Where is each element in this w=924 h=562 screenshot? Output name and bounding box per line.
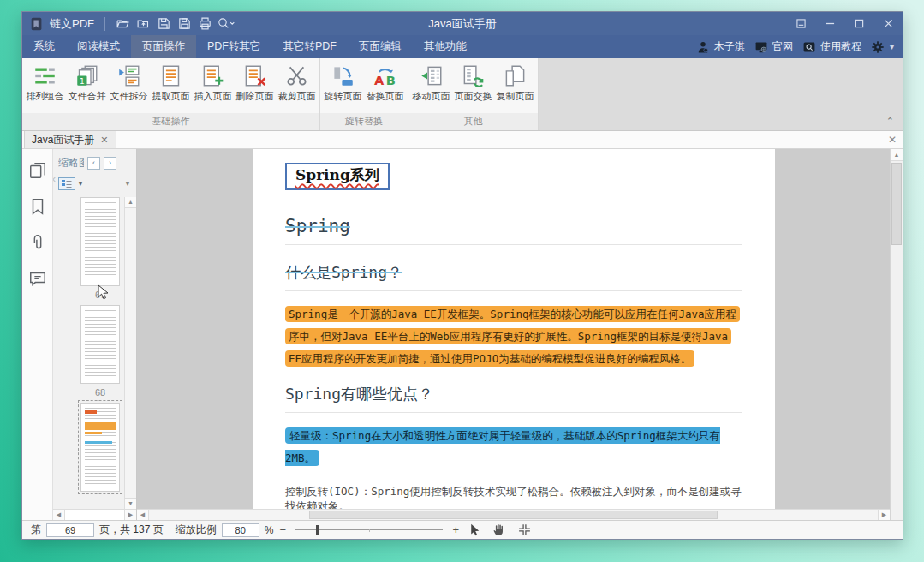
split-files-button[interactable]: 文件拆分 — [108, 62, 150, 103]
menu-item-pdf-to-other[interactable]: PDF转其它 — [196, 35, 272, 58]
replace-pages-button[interactable]: A B 替换页面 — [364, 62, 406, 103]
move-pages-icon — [420, 64, 443, 87]
attachments-panel-icon[interactable] — [28, 233, 47, 252]
save-as-icon[interactable] — [153, 15, 174, 33]
maximize-icon[interactable] — [844, 12, 873, 35]
doc-heading-what-is-spring: 什么是Spring？ — [285, 262, 742, 283]
menu-item-page-edit[interactable]: 页面编辑 — [348, 35, 413, 58]
title-bar: 链文PDF — [22, 12, 903, 35]
username[interactable]: 木子淇 — [714, 39, 745, 54]
menu-item-page-operations[interactable]: 页面操作 — [131, 35, 196, 58]
scrollbar-thumb[interactable] — [309, 511, 718, 519]
swap-pages-button[interactable]: 页面交换 — [452, 62, 494, 103]
crop-pages-button[interactable]: 裁剪页面 — [276, 62, 318, 103]
select-cursor-icon[interactable] — [468, 523, 482, 537]
orange-highlight: Spring是一个开源的Java EE开发框架。Spring框架的核心功能可以应… — [285, 306, 740, 367]
viewer-canvas[interactable]: Spring系列 Spring 什么是Spring？ Spring是一个开源的J… — [137, 149, 890, 509]
fit-page-icon[interactable] — [517, 523, 532, 537]
open-file-icon[interactable] — [112, 15, 133, 33]
menu-item-read-mode[interactable]: 阅读模式 — [66, 35, 131, 58]
scroll-left-icon[interactable]: ◀ — [53, 510, 65, 520]
import-file-icon[interactable] — [133, 15, 153, 33]
status-bar: 第 页，共 137 页 缩放比例 % − + — [22, 520, 903, 539]
scroll-up-icon[interactable]: ▲ — [891, 149, 903, 161]
next-page-button[interactable]: › — [104, 157, 116, 170]
zoom-slider-thumb[interactable] — [316, 525, 319, 535]
desktop: 链文PDF — [0, 0, 924, 562]
scroll-up-icon[interactable]: ▲ — [125, 197, 136, 208]
viewer-horizontal-scrollbar[interactable]: ◀ ▶ — [137, 509, 890, 520]
ribbon: 排列组合 1 文件合并 文件拆分 — [22, 58, 903, 131]
thumbnails-panel-icon[interactable] — [28, 161, 47, 180]
zoom-out-icon[interactable]: − — [278, 523, 287, 536]
print-icon[interactable] — [194, 15, 215, 33]
viewer-vertical-scrollbar[interactable]: ▲ — [890, 149, 903, 520]
zoom-slider[interactable] — [295, 524, 443, 536]
minimize-icon[interactable] — [815, 12, 844, 35]
arrange-button[interactable]: 排列组合 — [24, 62, 66, 103]
tutorial-link[interactable]: 使用教程 — [820, 39, 861, 54]
document-viewer: Spring系列 Spring 什么是Spring？ Spring是一个开源的J… — [137, 149, 903, 520]
pdf-page: Spring系列 Spring 什么是Spring？ Spring是一个开源的J… — [253, 149, 775, 509]
thumbnail-horizontal-scrollbar[interactable]: ◀ ▶ — [53, 509, 136, 520]
menu-item-other-functions[interactable]: 其他功能 — [413, 35, 478, 58]
document-tab-bar: Java面试手册 ✕ ✕ — [22, 131, 903, 149]
ribbon-group-label: 旋转替换 — [320, 113, 408, 130]
bookmarks-panel-icon[interactable] — [28, 197, 47, 216]
panel-options-caret-icon[interactable]: ▼ — [124, 180, 131, 188]
rotate-pages-button[interactable]: 旋转页面 — [322, 62, 364, 103]
doc-heading-advantages: Spring有哪些优点？ — [285, 384, 742, 404]
scroll-right-icon[interactable]: ▶ — [878, 510, 890, 520]
document-tab[interactable]: Java面试手册 ✕ — [24, 131, 116, 148]
prev-page-button[interactable]: ‹ — [87, 157, 100, 170]
app-name: 链文PDF — [50, 16, 94, 32]
scrollbar-thumb[interactable] — [891, 163, 902, 245]
crop-pages-icon — [285, 64, 308, 87]
scroll-left-icon[interactable]: ◀ — [137, 510, 149, 520]
menu-item-other-to-pdf[interactable]: 其它转PDF — [272, 35, 349, 58]
copy-pages-button[interactable]: 复制页面 — [494, 62, 536, 103]
navigation-icon-strip — [22, 149, 53, 520]
close-icon[interactable] — [873, 12, 903, 35]
ribbon-group-label: 基础操作 — [22, 113, 319, 130]
divider — [285, 290, 742, 291]
rotate-pages-icon — [331, 64, 355, 87]
zoom-in-icon[interactable]: + — [451, 523, 460, 536]
account-area: 木子淇 官网 使用教程 ▾ — [696, 35, 903, 58]
percent-label: % — [265, 524, 274, 536]
thumbnail-vertical-scrollbar[interactable]: ▲ ▼ — [124, 197, 136, 509]
thumbnail-page-69[interactable] — [80, 403, 120, 492]
zoom-tool-icon[interactable] — [215, 15, 235, 33]
zoom-input[interactable] — [222, 523, 259, 537]
save-icon[interactable] — [174, 15, 194, 33]
tray-icon[interactable] — [786, 12, 815, 35]
panel-collapse-icon[interactable]: ‹ — [53, 173, 56, 185]
view-mode-caret-icon[interactable]: ▼ — [77, 180, 84, 188]
tab-close-icon[interactable]: ✕ — [100, 135, 108, 146]
doc-paragraph: 控制反转(IOC)：Spring使用控制反转技术实现了松耦合。依赖被注入到对象，… — [285, 484, 742, 509]
mouse-cursor — [98, 284, 109, 300]
hand-tool-icon[interactable] — [492, 523, 507, 537]
merge-files-icon: 1 — [75, 64, 98, 87]
scroll-right-icon[interactable]: ▶ — [124, 510, 136, 520]
website-link[interactable]: 官网 — [772, 39, 793, 54]
settings-gear-icon[interactable] — [871, 40, 885, 54]
delete-pages-button[interactable]: 删除页面 — [234, 62, 276, 103]
view-mode-button[interactable] — [58, 177, 75, 190]
menu-item-system[interactable]: 系统 — [22, 35, 66, 58]
tabbar-close-icon[interactable]: ✕ — [882, 131, 903, 148]
merge-files-button[interactable]: 1 文件合并 — [66, 62, 108, 103]
divider — [285, 244, 742, 245]
insert-pages-button[interactable]: 插入页面 — [192, 62, 234, 103]
thumbnail-toolbar: ▼ ▼ — [53, 174, 136, 194]
extract-pages-button[interactable]: 提取页面 — [150, 62, 192, 103]
divider — [285, 412, 742, 413]
scroll-down-icon[interactable]: ▼ — [125, 498, 136, 509]
move-pages-button[interactable]: 移动页面 — [410, 62, 452, 103]
thumbnail-page-68[interactable] — [80, 305, 120, 384]
ribbon-collapse-icon[interactable]: ⌃ — [886, 116, 894, 127]
page-number-input[interactable] — [46, 523, 94, 537]
comments-panel-icon[interactable] — [28, 269, 47, 288]
split-files-icon — [117, 64, 140, 87]
thumbnail-page-67[interactable] — [80, 197, 120, 286]
